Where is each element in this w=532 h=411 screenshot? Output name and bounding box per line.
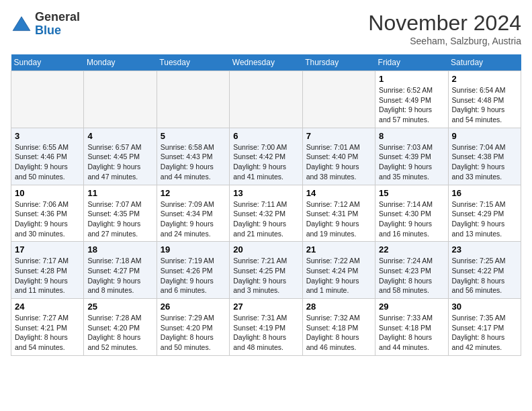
logo: General Blue [11, 11, 80, 38]
day-number: 11 [87, 188, 152, 198]
location: Seeham, Salzburg, Austria [368, 36, 521, 46]
day-number: 8 [379, 131, 444, 141]
day-number: 7 [306, 131, 371, 141]
svg-marker-0 [13, 17, 30, 31]
day-number: 23 [452, 244, 517, 255]
calendar-cell: 18Sunrise: 7:18 AMSunset: 4:27 PMDayligh… [84, 242, 157, 299]
calendar-cell: 2Sunrise: 6:54 AMSunset: 4:48 PMDaylight… [448, 71, 521, 128]
day-number: 14 [306, 188, 371, 198]
calendar-cell: 6Sunrise: 7:00 AMSunset: 4:42 PMDaylight… [230, 128, 302, 185]
day-info: Sunrise: 7:00 AMSunset: 4:42 PMDaylight:… [233, 142, 298, 182]
calendar-cell: 16Sunrise: 7:15 AMSunset: 4:29 PMDayligh… [448, 185, 521, 242]
calendar-cell [302, 71, 375, 128]
day-info: Sunrise: 7:17 AMSunset: 4:28 PMDaylight:… [15, 256, 80, 295]
day-number: 3 [15, 131, 80, 141]
day-info: Sunrise: 7:28 AMSunset: 4:20 PMDaylight:… [87, 313, 152, 353]
calendar-header-row: SundayMondayTuesdayWednesdayThursdayFrid… [11, 54, 521, 71]
week-row-5: 24Sunrise: 7:27 AMSunset: 4:21 PMDayligh… [11, 299, 521, 356]
day-number: 1 [379, 74, 444, 84]
calendar-cell: 20Sunrise: 7:21 AMSunset: 4:25 PMDayligh… [230, 242, 302, 299]
calendar-cell: 15Sunrise: 7:14 AMSunset: 4:30 PMDayligh… [375, 185, 448, 242]
column-header-thursday: Thursday [302, 54, 375, 71]
day-number: 13 [233, 188, 298, 198]
calendar-cell [230, 71, 302, 128]
day-number: 10 [15, 188, 80, 198]
day-number: 28 [306, 302, 371, 312]
day-info: Sunrise: 7:18 AMSunset: 4:27 PMDaylight:… [87, 256, 152, 295]
week-row-2: 3Sunrise: 6:55 AMSunset: 4:46 PMDaylight… [11, 128, 521, 185]
day-info: Sunrise: 7:22 AMSunset: 4:24 PMDaylight:… [306, 256, 371, 295]
calendar-cell: 24Sunrise: 7:27 AMSunset: 4:21 PMDayligh… [11, 299, 84, 356]
day-info: Sunrise: 6:52 AMSunset: 4:49 PMDaylight:… [379, 85, 444, 125]
calendar-cell: 19Sunrise: 7:19 AMSunset: 4:26 PMDayligh… [157, 242, 229, 299]
day-number: 2 [452, 74, 517, 84]
calendar-cell: 9Sunrise: 7:04 AMSunset: 4:38 PMDaylight… [448, 128, 521, 185]
title-block: November 2024 Seeham, Salzburg, Austria [368, 11, 521, 46]
logo-icon [11, 13, 32, 35]
page-header: General Blue November 2024 Seeham, Salzb… [11, 11, 521, 46]
week-row-4: 17Sunrise: 7:17 AMSunset: 4:28 PMDayligh… [11, 242, 521, 299]
calendar-cell: 10Sunrise: 7:06 AMSunset: 4:36 PMDayligh… [11, 185, 84, 242]
day-number: 5 [161, 131, 226, 141]
day-number: 16 [452, 188, 517, 198]
day-number: 15 [379, 188, 444, 198]
calendar-table: SundayMondayTuesdayWednesdayThursdayFrid… [11, 54, 521, 356]
day-info: Sunrise: 7:33 AMSunset: 4:18 PMDaylight:… [379, 313, 444, 353]
day-info: Sunrise: 7:09 AMSunset: 4:34 PMDaylight:… [161, 199, 226, 239]
day-info: Sunrise: 7:11 AMSunset: 4:32 PMDaylight:… [233, 199, 298, 239]
calendar-cell: 28Sunrise: 7:32 AMSunset: 4:18 PMDayligh… [302, 299, 375, 356]
day-number: 18 [87, 244, 152, 255]
day-info: Sunrise: 7:19 AMSunset: 4:26 PMDaylight:… [161, 256, 226, 295]
day-info: Sunrise: 7:24 AMSunset: 4:23 PMDaylight:… [379, 256, 444, 295]
day-info: Sunrise: 7:31 AMSunset: 4:19 PMDaylight:… [233, 313, 298, 353]
calendar-cell: 29Sunrise: 7:33 AMSunset: 4:18 PMDayligh… [375, 299, 448, 356]
calendar-cell: 5Sunrise: 6:58 AMSunset: 4:43 PMDaylight… [157, 128, 229, 185]
day-info: Sunrise: 7:01 AMSunset: 4:40 PMDaylight:… [306, 142, 371, 182]
calendar-cell [11, 71, 84, 128]
day-number: 22 [379, 244, 444, 255]
calendar-cell: 7Sunrise: 7:01 AMSunset: 4:40 PMDaylight… [302, 128, 375, 185]
day-number: 20 [233, 244, 298, 255]
logo-text: General Blue [35, 11, 80, 38]
day-info: Sunrise: 6:54 AMSunset: 4:48 PMDaylight:… [452, 85, 517, 125]
calendar-cell: 1Sunrise: 6:52 AMSunset: 4:49 PMDaylight… [375, 71, 448, 128]
day-info: Sunrise: 7:29 AMSunset: 4:20 PMDaylight:… [161, 313, 226, 353]
day-info: Sunrise: 7:15 AMSunset: 4:29 PMDaylight:… [452, 199, 517, 239]
day-number: 19 [161, 244, 226, 255]
day-number: 21 [306, 244, 371, 255]
calendar-cell: 27Sunrise: 7:31 AMSunset: 4:19 PMDayligh… [230, 299, 302, 356]
column-header-tuesday: Tuesday [157, 54, 229, 71]
day-number: 24 [15, 302, 80, 312]
day-info: Sunrise: 7:06 AMSunset: 4:36 PMDaylight:… [15, 199, 80, 239]
calendar-cell [157, 71, 229, 128]
calendar-cell: 21Sunrise: 7:22 AMSunset: 4:24 PMDayligh… [302, 242, 375, 299]
day-number: 25 [87, 302, 152, 312]
column-header-monday: Monday [84, 54, 157, 71]
calendar-cell: 26Sunrise: 7:29 AMSunset: 4:20 PMDayligh… [157, 299, 229, 356]
day-info: Sunrise: 7:04 AMSunset: 4:38 PMDaylight:… [452, 142, 517, 182]
day-number: 9 [452, 131, 517, 141]
week-row-3: 10Sunrise: 7:06 AMSunset: 4:36 PMDayligh… [11, 185, 521, 242]
day-number: 17 [15, 244, 80, 255]
week-row-1: 1Sunrise: 6:52 AMSunset: 4:49 PMDaylight… [11, 71, 521, 128]
day-info: Sunrise: 6:58 AMSunset: 4:43 PMDaylight:… [161, 142, 226, 182]
day-number: 26 [161, 302, 226, 312]
day-info: Sunrise: 7:14 AMSunset: 4:30 PMDaylight:… [379, 199, 444, 239]
column-header-wednesday: Wednesday [230, 54, 302, 71]
column-header-friday: Friday [375, 54, 448, 71]
day-info: Sunrise: 7:25 AMSunset: 4:22 PMDaylight:… [452, 256, 517, 295]
calendar-cell: 12Sunrise: 7:09 AMSunset: 4:34 PMDayligh… [157, 185, 229, 242]
calendar-cell: 25Sunrise: 7:28 AMSunset: 4:20 PMDayligh… [84, 299, 157, 356]
day-number: 6 [233, 131, 298, 141]
calendar-cell [84, 71, 157, 128]
day-info: Sunrise: 7:12 AMSunset: 4:31 PMDaylight:… [306, 199, 371, 239]
calendar-cell: 3Sunrise: 6:55 AMSunset: 4:46 PMDaylight… [11, 128, 84, 185]
day-info: Sunrise: 7:07 AMSunset: 4:35 PMDaylight:… [87, 199, 152, 239]
calendar-cell: 14Sunrise: 7:12 AMSunset: 4:31 PMDayligh… [302, 185, 375, 242]
calendar-cell: 23Sunrise: 7:25 AMSunset: 4:22 PMDayligh… [448, 242, 521, 299]
calendar-cell: 4Sunrise: 6:57 AMSunset: 4:45 PMDaylight… [84, 128, 157, 185]
day-number: 27 [233, 302, 298, 312]
calendar-cell: 13Sunrise: 7:11 AMSunset: 4:32 PMDayligh… [230, 185, 302, 242]
day-info: Sunrise: 7:27 AMSunset: 4:21 PMDaylight:… [15, 313, 80, 353]
calendar-cell: 22Sunrise: 7:24 AMSunset: 4:23 PMDayligh… [375, 242, 448, 299]
